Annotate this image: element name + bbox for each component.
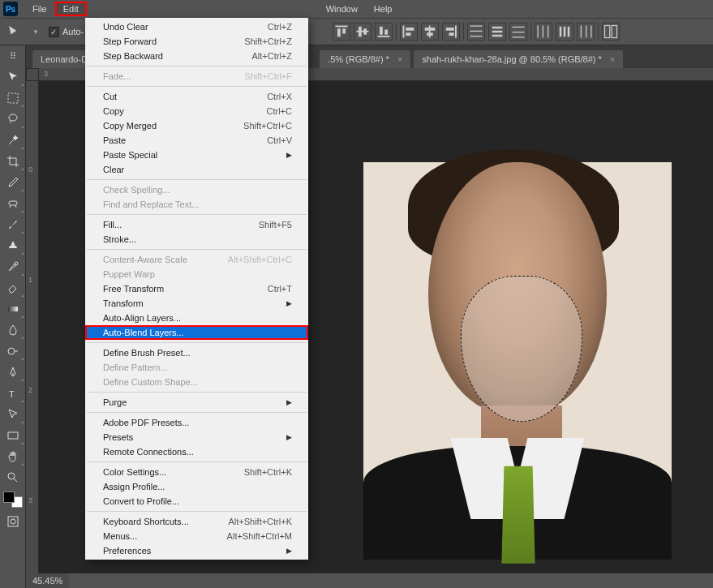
menu-item-label: Convert to Profile... [103,496,179,506]
document-tab[interactable]: shah-rukh-khan-28a.jpg @ 80.5% (RGB/8#) … [414,50,623,68]
clone-stamp-tool-icon[interactable] [2,236,24,255]
menu-item-define-brush-preset[interactable]: Define Brush Preset... [85,346,308,360]
menu-separator [87,412,307,413]
align-top-icon[interactable] [333,23,350,41]
menu-item-convert-to-profile[interactable]: Convert to Profile... [85,494,308,509]
menu-help[interactable]: Help [366,2,401,16]
align-hcenter-icon[interactable] [421,23,439,41]
dropdown-caret-icon[interactable]: ▼ [32,28,39,36]
align-bottom-icon[interactable] [375,23,393,41]
close-tab-icon[interactable]: × [397,54,402,64]
grab-handle-icon[interactable]: ⠿ [2,46,24,66]
menu-item-presets[interactable]: Presets▶ [85,430,308,444]
auto-select-checkbox[interactable]: ✓ [49,27,59,37]
menu-item-copy[interactable]: CopyCtrl+C [85,104,308,118]
menu-window[interactable]: Window [318,2,366,16]
move-tool-icon[interactable] [2,67,24,87]
tab-label: Leonardo-D [41,54,88,64]
menu-item-auto-align-layers[interactable]: Auto-Align Layers... [85,311,308,325]
dodge-tool-icon[interactable] [2,341,24,361]
marquee-tool-icon[interactable] [2,88,24,108]
submenu-arrow-icon: ▶ [286,433,292,441]
distribute-hcenter-icon[interactable] [556,23,573,41]
svg-rect-5 [363,28,367,35]
document-tab[interactable]: .5% (RGB/8#) *× [320,50,410,68]
eyedropper-tool-icon[interactable] [2,173,24,192]
menu-item-paste[interactable]: PasteCtrl+V [85,133,308,148]
color-swatch[interactable] [3,491,23,508]
menu-item-preferences[interactable]: Preferences▶ [85,543,308,558]
menu-item-fill[interactable]: Fill...Shift+F5 [85,217,308,232]
svg-rect-26 [513,36,525,37]
svg-rect-33 [581,26,582,38]
pen-tool-icon[interactable] [2,363,24,382]
menu-item-stroke[interactable]: Stroke... [85,232,308,247]
menu-item-cut[interactable]: CutCtrl+X [85,89,308,104]
menu-item-remote-connections[interactable]: Remote Connections... [85,444,308,459]
menu-item-clear[interactable]: Clear [85,162,308,177]
menu-item-transform[interactable]: Transform▶ [85,296,308,311]
hand-tool-icon[interactable] [2,447,24,466]
type-tool-icon[interactable]: T [2,384,24,403]
menu-item-purge[interactable]: Purge▶ [85,395,308,410]
ruler-tick: 1 [28,276,32,284]
lasso-tool-icon[interactable] [2,109,24,129]
rectangle-tool-icon[interactable] [2,426,24,445]
distribute-right-icon[interactable] [577,23,595,41]
menu-file[interactable]: File [24,2,55,16]
svg-rect-36 [605,26,610,38]
menu-shortcut: Ctrl+X [267,92,292,101]
distribute-bottom-icon[interactable] [509,23,527,41]
svg-rect-1 [337,28,341,36]
menu-shortcut: Shift+F5 [259,220,292,230]
menu-edit[interactable]: Edit [55,2,87,16]
tools-panel: ⠿ T [0,45,26,588]
menu-item-auto-blend-layers[interactable]: Auto-Blend Layers... [85,325,308,340]
zoom-tool-icon[interactable] [2,468,24,487]
path-selection-tool-icon[interactable] [2,405,24,424]
menu-item-copy-merged[interactable]: Copy MergedShift+Ctrl+C [85,118,308,133]
arrange-icon[interactable] [602,23,620,41]
gradient-tool-icon[interactable] [2,299,24,319]
align-right-icon[interactable] [442,23,460,41]
brush-tool-icon[interactable] [2,215,24,234]
distribute-vcenter-icon[interactable] [488,23,506,41]
distribute-top-icon[interactable] [467,23,485,41]
quick-mask-icon[interactable] [2,512,24,531]
distribute-left-icon[interactable] [535,23,552,41]
menu-item-check-spelling: Check Spelling... [85,182,308,197]
blur-tool-icon[interactable] [2,320,24,340]
svg-rect-3 [357,31,369,32]
align-vcenter-icon[interactable] [354,23,372,41]
menu-item-assign-profile[interactable]: Assign Profile... [85,479,308,494]
crop-tool-icon[interactable] [2,152,24,171]
svg-rect-22 [492,31,503,33]
menu-item-undo-clear[interactable]: Undo ClearCtrl+Z [85,19,308,34]
magic-wand-tool-icon[interactable] [2,131,24,150]
menu-item-paste-special[interactable]: Paste Special▶ [85,148,308,162]
svg-rect-10 [406,28,414,31]
menu-item-label: Paste [103,135,126,145]
zoom-level[interactable]: 45.45% [32,576,62,586]
align-left-icon[interactable] [400,23,418,41]
menu-item-menus[interactable]: Menus...Alt+Shift+Ctrl+M [85,529,308,543]
svg-rect-27 [538,26,539,38]
menu-item-step-backward[interactable]: Step BackwardAlt+Ctrl+Z [85,49,308,63]
tab-label: .5% (RGB/8#) * [328,54,389,64]
healing-brush-tool-icon[interactable] [2,194,24,213]
ruler-origin[interactable] [26,68,39,81]
app-logo[interactable]: Ps [3,2,18,16]
history-brush-tool-icon[interactable] [2,257,24,277]
menu-item-free-transform[interactable]: Free TransformCtrl+T [85,281,308,296]
menu-shortcut: Alt+Shift+Ctrl+C [228,255,292,264]
svg-point-43 [8,348,15,354]
move-tool-icon[interactable] [6,24,23,40]
menu-item-adobe-pdf-presets[interactable]: Adobe PDF Presets... [85,415,308,430]
menu-item-label: Check Spelling... [103,185,170,195]
eraser-tool-icon[interactable] [2,278,24,298]
ruler-vertical[interactable]: 0 1 2 3 [26,81,39,573]
menu-item-color-settings[interactable]: Color Settings...Shift+Ctrl+K [85,465,308,479]
menu-item-keyboard-shortcuts[interactable]: Keyboard Shortcuts...Alt+Shift+Ctrl+K [85,514,308,529]
menu-item-step-forward[interactable]: Step ForwardShift+Ctrl+Z [85,34,308,49]
close-tab-icon[interactable]: × [610,54,615,64]
